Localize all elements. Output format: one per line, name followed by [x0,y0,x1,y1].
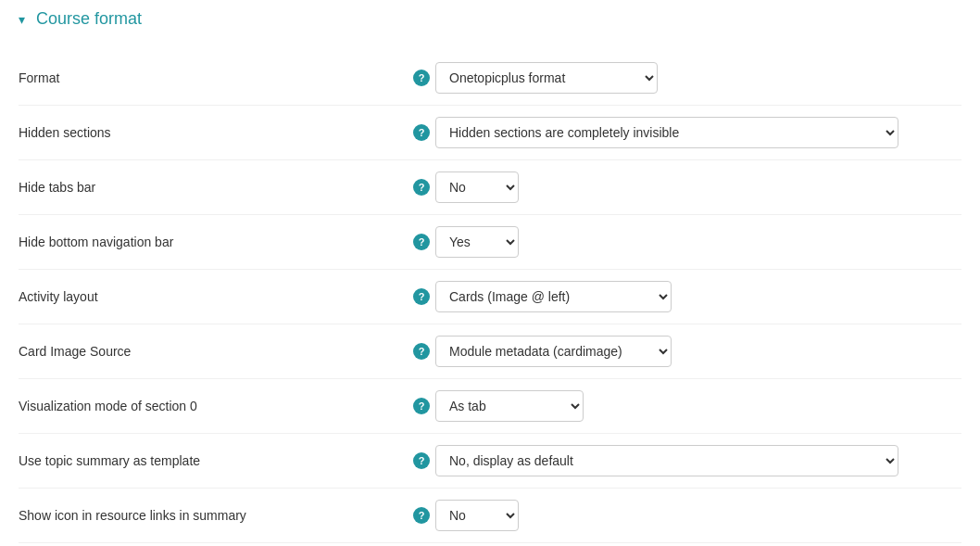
help-wrap-hidden_sections: ? [408,124,435,141]
help-wrap-activity_layout: ? [408,288,435,305]
help-wrap-card_image_source: ? [408,343,435,360]
control-wrap-visualization_mode: As tabAs sectionHidden [435,390,961,422]
label-hide_bottom_nav: Hide bottom navigation bar [19,235,408,249]
control-wrap-hidden_sections: Hidden sections are completely invisible… [435,117,961,148]
control-wrap-show_icon_resource: NoYes [435,500,961,531]
label-hidden_sections: Hidden sections [19,125,408,140]
select-activity_layout[interactable]: Cards (Image @ left)Cards (Image @ top)L… [435,281,672,312]
help-icon-card_image_source[interactable]: ? [413,343,430,360]
label-show_icon_resource: Show icon in resource links in summary [19,508,408,523]
help-icon-hide_tabs_bar[interactable]: ? [413,179,430,196]
help-icon-visualization_mode[interactable]: ? [413,398,430,414]
label-format: Format [19,70,408,85]
control-wrap-use_topic_summary: No, display as defaultYes, use as templa… [435,445,961,476]
help-wrap-hide_bottom_nav: ? [408,234,435,250]
select-hide_tabs_bar[interactable]: NoYes [435,171,519,203]
help-icon-use_topic_summary[interactable]: ? [413,452,430,469]
form-row-hide_bottom_nav: Hide bottom navigation bar?NoYes [19,215,961,270]
control-wrap-card_image_source: Module metadata (cardimage)Activity icon… [435,336,961,367]
form-row-hide_tabs_bar: Hide tabs bar?NoYes [19,160,961,215]
help-icon-hidden_sections[interactable]: ? [413,124,430,141]
form-row-activity_layout: Activity layout?Cards (Image @ left)Card… [19,270,961,324]
form-row-format: Format?Onetopicplus formatSingle activit… [19,51,961,106]
select-hide_bottom_nav[interactable]: NoYes [435,226,519,258]
help-icon-show_icon_resource[interactable]: ? [413,507,430,524]
help-wrap-use_topic_summary: ? [408,452,435,469]
control-wrap-hide_tabs_bar: NoYes [435,171,961,203]
select-format[interactable]: Onetopicplus formatSingle activity forma… [435,62,658,94]
chevron-down-icon[interactable]: ▾ [19,12,25,27]
select-card_image_source[interactable]: Module metadata (cardimage)Activity icon… [435,336,672,367]
help-icon-activity_layout[interactable]: ? [413,288,430,305]
section-header: ▾ Course format [19,9,961,36]
help-icon-format[interactable]: ? [413,70,430,86]
label-activity_layout: Activity layout [19,289,408,304]
help-wrap-hide_tabs_bar: ? [408,179,435,196]
label-use_topic_summary: Use topic summary as template [19,453,408,468]
form-row-use_topic_summary: Use topic summary as template?No, displa… [19,434,961,489]
control-wrap-format: Onetopicplus formatSingle activity forma… [435,62,961,94]
control-wrap-activity_layout: Cards (Image @ left)Cards (Image @ top)L… [435,281,961,312]
control-wrap-hide_bottom_nav: NoYes [435,226,961,258]
form-row-visualization_mode: Visualization mode of section 0?As tabAs… [19,379,961,434]
form-row-hidden_sections: Hidden sections?Hidden sections are comp… [19,106,961,160]
label-card_image_source: Card Image Source [19,344,408,359]
help-wrap-visualization_mode: ? [408,398,435,414]
help-wrap-format: ? [408,70,435,86]
form-row-show_icon_resource: Show icon in resource links in summary?N… [19,489,961,543]
help-icon-hide_bottom_nav[interactable]: ? [413,234,430,250]
label-visualization_mode: Visualization mode of section 0 [19,399,408,413]
label-hide_tabs_bar: Hide tabs bar [19,180,408,195]
select-use_topic_summary[interactable]: No, display as defaultYes, use as templa… [435,445,898,476]
select-visualization_mode[interactable]: As tabAs sectionHidden [435,390,584,422]
select-show_icon_resource[interactable]: NoYes [435,500,519,531]
form-rows-container: Format?Onetopicplus formatSingle activit… [19,51,961,546]
select-hidden_sections[interactable]: Hidden sections are completely invisible… [435,117,898,148]
form-row-card_image_source: Card Image Source?Module metadata (cardi… [19,324,961,379]
help-wrap-show_icon_resource: ? [408,507,435,524]
section-title: Course format [36,9,142,29]
